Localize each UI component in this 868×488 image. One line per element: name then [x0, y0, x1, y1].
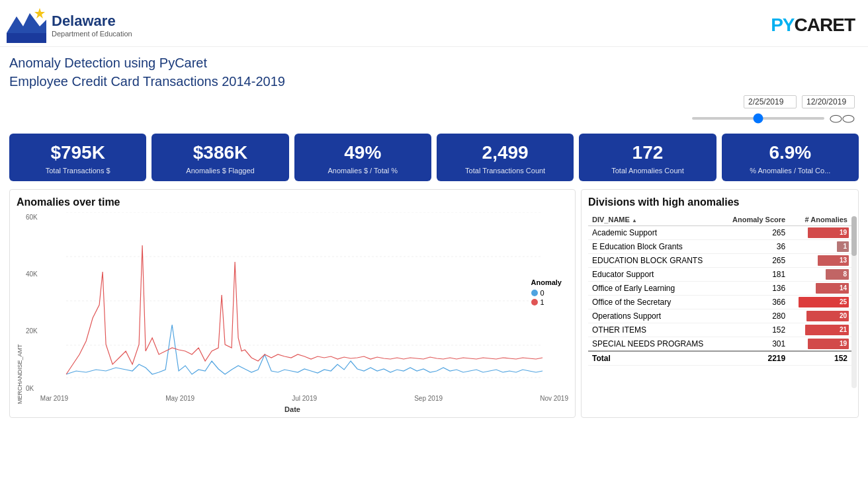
total-score: 2219	[721, 351, 789, 366]
cell-score: 366	[721, 295, 789, 309]
kpi-card-2: 49% Anomalies $ / Total %	[294, 134, 431, 181]
table-row: Operations Support 280 20	[588, 309, 851, 323]
xtick-nov: Nov 2019	[540, 395, 568, 402]
kpi-card-1: $386K Anomalies $ Flagged	[152, 134, 288, 181]
header: Delaware Department of Education PYCARET	[0, 0, 868, 47]
kpi-label-3: Total Transactions Count	[443, 167, 567, 175]
cell-div-name: Office of Early Learning	[588, 281, 721, 295]
cell-score: 36	[721, 239, 789, 253]
table-row: Office of the Secretary 366 25	[588, 295, 851, 309]
legend-dot-0	[531, 290, 538, 296]
scrollbar-track[interactable]	[851, 216, 857, 388]
cell-anomalies: 1	[789, 239, 851, 253]
cell-score: 301	[721, 337, 789, 351]
cell-anomalies: 14	[789, 281, 851, 295]
pycaret-py: PY	[771, 15, 794, 35]
chart-title: Anomalies over time	[17, 196, 568, 208]
ytick-60k: 60K	[26, 214, 38, 221]
cell-div-name: Operations Support	[588, 309, 721, 323]
cell-div-name: Educator Support	[588, 267, 721, 281]
legend-item-1: 1	[531, 298, 562, 306]
cell-anomalies: 8	[789, 267, 851, 281]
sort-arrow-name[interactable]: ▲	[632, 218, 637, 224]
table-row: EDUCATION BLOCK GRANTS 265 13	[588, 253, 851, 267]
anomaly-bar: 1	[837, 241, 849, 252]
total-label: Total	[588, 351, 721, 366]
org-subtitle: Department of Education	[52, 30, 132, 38]
page-title-line2: Employee Credit Card Transactions 2014-2…	[9, 74, 285, 89]
page-title-line1: Anomaly Detection using PyCaret	[9, 56, 207, 70]
cell-div-name: SPECIAL NEEDS PROGRAMS	[588, 337, 721, 351]
legend-title: Anomaly	[531, 278, 562, 286]
kpi-value-5: 6.9%	[728, 142, 852, 164]
kpi-card-4: 172 Total Anomalies Count	[579, 134, 716, 181]
cell-anomalies: 21	[789, 323, 851, 337]
xtick-may: May 2019	[165, 395, 195, 402]
total-row: Total 2219 152	[588, 351, 851, 366]
cell-score: 280	[721, 309, 789, 323]
table-row: Educator Support 181 8	[588, 267, 851, 281]
cell-div-name: Academic Support	[588, 225, 721, 239]
kpi-card-3: 2,499 Total Transactions Count	[437, 134, 574, 181]
kpi-card-0: $795K Total Transactions $	[9, 134, 146, 181]
anomaly-bar: 19	[808, 227, 849, 238]
kpi-value-1: $386K	[158, 142, 282, 164]
cell-anomalies: 20	[789, 309, 851, 323]
anomaly-bar: 13	[818, 255, 849, 266]
cell-div-name: Office of the Secretary	[588, 295, 721, 309]
date-range-slider[interactable]	[692, 117, 824, 120]
anomaly-bar: 8	[826, 269, 849, 280]
cell-div-name: OTHER ITEMS	[588, 323, 721, 337]
kpi-label-1: Anomalies $ Flagged	[158, 167, 282, 175]
table-row: E Education Block Grants 36 1	[588, 239, 851, 253]
x-ticks: Mar 2019 May 2019 Jul 2019 Sep 2019 Nov …	[40, 395, 568, 402]
divisions-table-area: Divisions with high anomalies DIV_NAME ▲…	[581, 189, 859, 418]
legend-label-0: 0	[541, 289, 544, 297]
page-title: Anomaly Detection using PyCaret Employee…	[9, 54, 855, 91]
ytick-40k: 40K	[26, 270, 38, 278]
col-num-anomalies: # Anomalies	[789, 214, 851, 226]
kpi-value-4: 172	[586, 142, 709, 164]
kpi-label-5: % Anomalies / Total Co...	[728, 167, 852, 175]
delaware-logo	[7, 7, 46, 43]
x-axis-label: Date	[17, 405, 568, 413]
anomaly-bar: 25	[799, 297, 849, 307]
cell-score: 265	[721, 225, 789, 239]
kpi-label-4: Total Anomalies Count	[586, 167, 709, 175]
y-ticks: 60K 40K 20K 0K	[26, 212, 38, 404]
cell-score: 181	[721, 267, 789, 281]
kpi-value-0: $795K	[16, 142, 140, 164]
col-div-name: DIV_NAME ▲	[588, 214, 721, 226]
logo-text: Delaware Department of Education	[52, 13, 132, 38]
legend-label-1: 1	[541, 298, 544, 306]
table-row: SPECIAL NEEDS PROGRAMS 301 19	[588, 337, 851, 351]
cell-score: 265	[721, 253, 789, 267]
org-title: Delaware	[52, 13, 132, 30]
kpi-label-0: Total Transactions $	[16, 167, 140, 175]
anomaly-bar: 19	[808, 339, 849, 349]
cell-div-name: E Education Block Grants	[588, 239, 721, 253]
kpi-value-2: 49%	[301, 142, 425, 164]
scrollbar-thumb[interactable]	[851, 216, 857, 256]
y-axis-label: MERCHANDISE_AMT	[17, 212, 23, 404]
kpi-label-2: Anomalies $ / Total %	[301, 167, 425, 175]
col-anomaly-score: Anomaly Score	[721, 214, 789, 226]
cell-score: 152	[721, 323, 789, 337]
anomaly-bar: 14	[816, 283, 849, 294]
anomaly-bar: 20	[806, 311, 849, 321]
pycaret-caret: CARET	[795, 15, 855, 35]
date-end-input[interactable]	[802, 95, 855, 108]
table-row: Academic Support 265 19	[588, 225, 851, 239]
chart-legend: Anomaly 0 1	[531, 278, 562, 307]
ytick-0k: 0K	[26, 385, 38, 392]
cell-score: 136	[721, 281, 789, 295]
anomaly-bar: 21	[805, 325, 849, 335]
xtick-jul: Jul 2019	[292, 395, 317, 402]
cell-anomalies: 13	[789, 253, 851, 267]
kpi-row: $795K Total Transactions $ $386K Anomali…	[0, 130, 868, 185]
date-start-input[interactable]	[744, 95, 797, 108]
svg-marker-2	[34, 8, 45, 19]
logo-area: Delaware Department of Education	[7, 7, 132, 43]
xtick-sep: Sep 2019	[414, 395, 443, 402]
kpi-card-5: 6.9% % Anomalies / Total Co...	[722, 134, 859, 181]
